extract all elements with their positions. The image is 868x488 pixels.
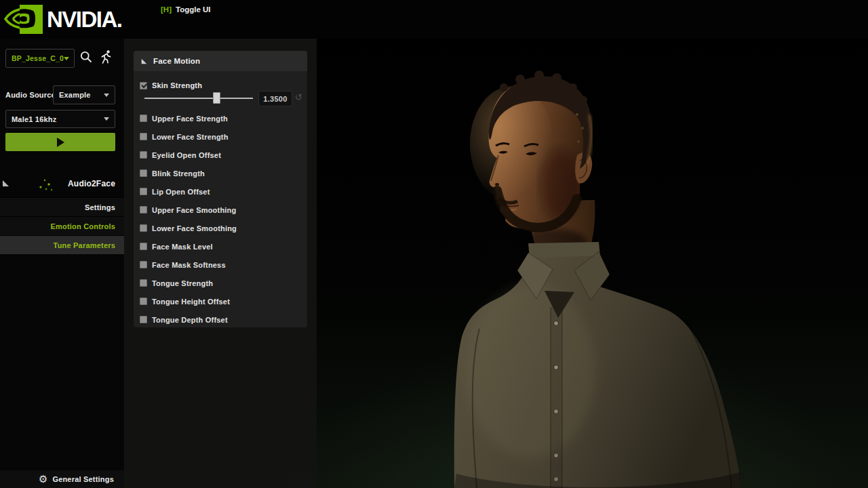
param-row-lip-open-offset[interactable]: Lip Open Offset <box>134 182 307 201</box>
param-label: Upper Face Strength <box>152 115 228 123</box>
skin-strength-slider-handle[interactable] <box>213 92 220 104</box>
param-label: Tongue Strength <box>152 279 213 287</box>
skin-strength-slider-row: 1.3500 ↺ <box>134 90 307 106</box>
actor-select-dropdown[interactable]: BP_Jesse_C_0 <box>5 49 75 68</box>
audio-clip-dropdown[interactable]: Male1 16khz <box>5 110 115 128</box>
param-label: Face Mask Level <box>152 243 213 251</box>
chevron-down-icon <box>104 117 109 121</box>
audio2face-dots-icon <box>37 177 55 193</box>
face-motion-panel-header[interactable]: Face Motion <box>134 51 307 71</box>
nav-item-emotion-controls[interactable]: Emotion Controls <box>0 216 124 235</box>
collapse-triangle-icon <box>3 180 9 186</box>
param-row-face-mask-softness[interactable]: Face Mask Softness <box>134 256 307 274</box>
param-row-tongue-strength[interactable]: Tongue Strength <box>134 274 307 292</box>
general-settings-label: General Settings <box>52 475 114 483</box>
tune-parameter-list: Upper Face Strength Lower Face Strength … <box>134 109 307 329</box>
toggle-ui-key-hint: [H] <box>161 5 172 14</box>
param-row-tongue-height-offset[interactable]: Tongue Height Offset <box>134 292 307 310</box>
nvidia-logo: NVIDIA. <box>3 3 122 36</box>
general-settings-button[interactable]: ⚙ General Settings <box>0 470 124 488</box>
face-motion-title: Face Motion <box>153 57 200 65</box>
param-row-blink-strength[interactable]: Blink Strength <box>134 164 307 182</box>
param-row-lower-face-strength[interactable]: Lower Face Strength <box>134 127 307 146</box>
param-label: Tongue Height Offset <box>152 298 230 306</box>
param-checkbox[interactable] <box>140 115 147 122</box>
nvidia-wordmark: NVIDIA. <box>47 7 122 33</box>
param-checkbox[interactable] <box>140 188 147 195</box>
app-window: NVIDIA. [H] Toggle UI BP_Jesse_C_0 Audio… <box>0 0 868 488</box>
param-checkbox[interactable] <box>140 133 147 140</box>
param-row-tongue-depth-offset[interactable]: Tongue Depth Offset <box>134 310 307 329</box>
face-motion-panel: Face Motion Skin Strength 1.3500 ↺ Upper… <box>134 51 307 327</box>
left-sidebar: BP_Jesse_C_0 Audio Source Example Male1 … <box>0 39 124 488</box>
skin-strength-label: Skin Strength <box>152 81 202 89</box>
skin-strength-value[interactable]: 1.3500 <box>258 91 292 106</box>
audio-clip-value: Male1 16khz <box>12 115 56 123</box>
param-checkbox[interactable] <box>140 169 147 177</box>
toggle-ui-label: Toggle UI <box>176 5 211 14</box>
audio2face-title: Audio2Face <box>68 179 115 188</box>
param-row-face-mask-level[interactable]: Face Mask Level <box>134 237 307 256</box>
param-row-upper-face-strength[interactable]: Upper Face Strength <box>134 109 307 127</box>
param-label: Face Mask Softness <box>152 261 226 269</box>
audio2face-nav: Settings Emotion Controls Tune Parameter… <box>0 197 124 254</box>
search-icon <box>79 50 93 64</box>
param-checkbox[interactable] <box>140 243 147 250</box>
reset-icon[interactable]: ↺ <box>295 92 302 102</box>
play-icon <box>57 138 64 147</box>
audio-source-label: Audio Source <box>5 91 56 99</box>
audio2face-section-header[interactable]: Audio2Face <box>0 173 124 195</box>
param-label: Blink Strength <box>152 169 205 178</box>
skin-strength-slider-track[interactable] <box>144 98 253 99</box>
param-checkbox[interactable] <box>140 206 147 214</box>
param-checkbox[interactable] <box>140 261 147 268</box>
search-button[interactable] <box>79 50 93 66</box>
audio-source-value: Example <box>59 91 91 99</box>
param-row-eyelid-open-offset[interactable]: Eyelid Open Offset <box>134 146 307 164</box>
param-label: Lip Open Offset <box>152 188 210 196</box>
param-label: Lower Face Smoothing <box>152 224 237 232</box>
play-button[interactable] <box>5 133 115 151</box>
audio-source-dropdown[interactable]: Example <box>53 85 115 104</box>
param-label: Lower Face Strength <box>152 133 229 141</box>
top-bar: NVIDIA. [H] Toggle UI <box>0 0 868 39</box>
skin-strength-checkbox[interactable] <box>140 82 147 89</box>
skin-strength-row: Skin Strength <box>140 81 202 89</box>
nav-item-tune-parameters[interactable]: Tune Parameters <box>0 235 124 254</box>
actor-select-value: BP_Jesse_C_0 <box>12 54 64 62</box>
param-label: Tongue Depth Offset <box>152 316 228 324</box>
param-row-upper-face-smoothing[interactable]: Upper Face Smoothing <box>134 201 307 219</box>
param-checkbox[interactable] <box>140 151 147 159</box>
collapse-triangle-icon <box>142 58 147 64</box>
nvidia-eye-icon <box>3 3 43 36</box>
param-checkbox[interactable] <box>140 316 147 323</box>
running-person-icon <box>99 49 113 64</box>
param-label: Upper Face Smoothing <box>152 206 236 214</box>
param-checkbox[interactable] <box>140 224 147 232</box>
param-checkbox[interactable] <box>140 279 147 287</box>
chevron-down-icon <box>64 57 69 60</box>
toggle-ui-button[interactable]: [H] Toggle UI <box>161 5 211 14</box>
param-row-lower-face-smoothing[interactable]: Lower Face Smoothing <box>134 219 307 237</box>
chevron-down-icon <box>104 94 109 97</box>
param-checkbox[interactable] <box>140 298 147 305</box>
gear-icon: ⚙ <box>39 474 47 485</box>
param-label: Eyelid Open Offset <box>152 151 221 159</box>
nav-item-settings[interactable]: Settings <box>0 197 124 216</box>
animate-character-button[interactable] <box>99 49 113 67</box>
